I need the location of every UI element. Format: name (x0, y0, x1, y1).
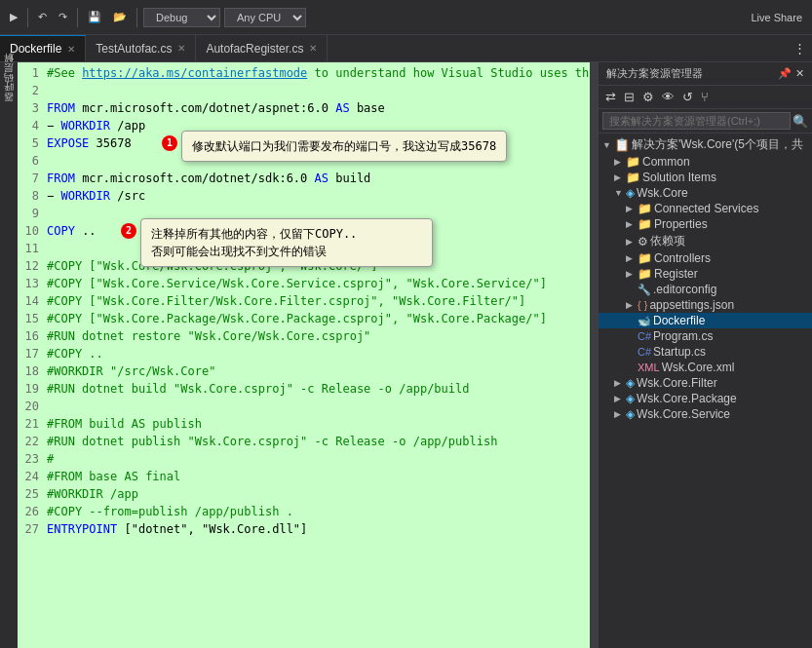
se-header: 解决方案资源管理器 📌 ✕ (599, 62, 812, 86)
filter-expand: ▶ (614, 378, 624, 388)
toolbar-open[interactable]: 📂 (107, 9, 133, 25)
line-22: 22#RUN dotnet publish "Wsk.Core.csproj" … (18, 433, 598, 450)
toolbar-undo[interactable]: ↶ (32, 9, 53, 25)
se-item-controllers[interactable]: ▶ 📁 Controllers (599, 250, 812, 266)
toolbar-redo[interactable]: ↷ (53, 9, 73, 25)
se-git-btn[interactable]: ⑂ (698, 88, 712, 106)
package-label: Wsk.Core.Package (637, 392, 737, 405)
programcs-expand (626, 331, 636, 341)
se-refresh-btn[interactable]: ↺ (679, 88, 696, 106)
solution-icon: 📋 (614, 137, 630, 152)
line-13: 13#COPY ["Wsk.Core.Service/Wsk.Core.Serv… (18, 275, 598, 292)
se-solution-root[interactable]: ▼ 📋 解决方案'Wsk.Core'(5个项目，共 (599, 135, 812, 154)
tab-testautofac-close[interactable]: ✕ (177, 43, 185, 54)
appsettings-icon: { } (638, 299, 647, 311)
line-14: 14#COPY ["Wsk.Core.Filter/Wsk.Core.Filte… (18, 292, 598, 310)
se-item-editorconfig[interactable]: 🔧 .editorconfig (599, 282, 812, 297)
editor-scrollbar[interactable] (590, 62, 598, 648)
solution-items-expand: ▶ (614, 172, 624, 182)
toolbar-go-btn[interactable]: ▶ (4, 9, 23, 25)
wsk-core-project-icon: ◈ (626, 186, 635, 200)
tab-dockerfile-close[interactable]: ✕ (67, 44, 75, 55)
gutter-item-5[interactable]: 器 (2, 105, 16, 113)
line-10: 10 COPY .. 2 注释掉所有其他的内容，仅留下COPY.. 否则可能会出… (18, 222, 598, 240)
se-item-dockerfile[interactable]: 🐋 Dockerfile (599, 313, 812, 328)
se-close-icon[interactable]: ✕ (795, 67, 804, 80)
left-gutter: 解 层 码 呼 器 (0, 62, 18, 648)
se-item-programcs[interactable]: C# Program.cs (599, 328, 812, 344)
toolbar-sep-2 (77, 8, 78, 27)
se-item-wsk-core-xml[interactable]: XML Wsk.Core.xml (599, 360, 812, 375)
se-item-wsk-core-filter[interactable]: ▶ ◈ Wsk.Core.Filter (599, 375, 812, 391)
gutter-item-2[interactable]: 层 (2, 76, 16, 84)
annotation-bubble-1: 修改默认端口为我们需要发布的端口号，我这边写成35678 (181, 131, 507, 162)
service-project-icon: ◈ (626, 407, 635, 421)
debug-config-dropdown[interactable]: Debug Release (143, 8, 220, 27)
tab-autofacregister[interactable]: AutofacRegister.cs ✕ (196, 35, 328, 61)
se-item-connected-services[interactable]: ▶ 📁 Connected Services (599, 201, 812, 216)
annotation-circle-1[interactable]: 1 (162, 135, 177, 151)
props-folder-icon: 📁 (638, 217, 652, 231)
cpu-dropdown[interactable]: Any CPU (224, 8, 306, 27)
line-8: 8 − WORKDIR /src (18, 187, 598, 205)
filter-project-icon: ◈ (626, 376, 635, 390)
se-preview-btn[interactable]: 👁 (659, 88, 677, 106)
se-collapse-btn[interactable]: ⊟ (621, 88, 638, 106)
se-item-solution-items[interactable]: ▶ 📁 Solution Items (599, 170, 812, 185)
tab-autofacregister-close[interactable]: ✕ (309, 43, 317, 54)
toolbar-save[interactable]: 💾 (82, 9, 107, 25)
tab-dockerfile[interactable]: Dockerfile ✕ (0, 35, 86, 61)
se-item-properties[interactable]: ▶ 📁 Properties (599, 216, 812, 232)
solution-items-label: Solution Items (642, 171, 716, 184)
se-item-appsettings[interactable]: ▶ { } appsettings.json (599, 297, 812, 313)
se-search-input[interactable] (602, 112, 791, 130)
tab-autofacregister-label: AutofacRegister.cs (206, 42, 303, 56)
se-item-startupcs[interactable]: C# Startup.cs (599, 344, 812, 360)
se-search-icon[interactable]: 🔍 (793, 114, 808, 129)
wsk-core-label: Wsk.Core (637, 186, 688, 200)
se-item-common[interactable]: ▶ 📁 Common (599, 154, 812, 170)
gutter-item-3[interactable]: 码 (2, 86, 16, 94)
line-16: 16#RUN dotnet restore "Wsk.Core/Wsk.Core… (18, 327, 598, 345)
code-lines: 1 #See https://aka.ms/containerfastmode … (18, 62, 598, 540)
toolbar-sep-1 (27, 8, 28, 27)
gutter-item-1[interactable]: 解 (2, 66, 16, 74)
se-item-wsk-core-service[interactable]: ▶ ◈ Wsk.Core.Service (599, 406, 812, 422)
register-folder-icon: 📁 (638, 267, 652, 281)
startupcs-label: Startup.cs (653, 345, 706, 359)
connected-folder-icon: 📁 (638, 202, 652, 215)
startupcs-icon: C# (638, 346, 651, 358)
line-5: 5 EXPOSE 35678 1 修改默认端口为我们需要发布的端口号，我这边写成… (18, 134, 598, 152)
line-1: 1 #See https://aka.ms/containerfastmode … (18, 64, 598, 82)
se-pin-icon[interactable]: 📌 (778, 67, 792, 80)
se-item-wsk-core-package[interactable]: ▶ ◈ Wsk.Core.Package (599, 391, 812, 406)
line-2: 2 (18, 82, 598, 99)
se-props-btn[interactable]: ⚙ (639, 88, 657, 106)
gutter-item-4[interactable]: 呼 (2, 95, 16, 103)
tab-overflow-icon[interactable]: ⋮ (793, 41, 806, 56)
se-sync-btn[interactable]: ⇄ (602, 88, 619, 106)
se-item-register[interactable]: ▶ 📁 Register (599, 266, 812, 282)
se-item-wsk-core[interactable]: ▼ ◈ Wsk.Core (599, 185, 812, 201)
line-15: 15#COPY ["Wsk.Core.Package/Wsk.Core.Pack… (18, 310, 598, 327)
dependencies-label: 依赖项 (650, 233, 685, 249)
solution-explorer: 解决方案资源管理器 📌 ✕ ⇄ ⊟ ⚙ 👁 ↺ ⑂ 🔍 ▼ 📋 解决方案'Wsk… (598, 62, 812, 648)
code-editor[interactable]: 1 #See https://aka.ms/containerfastmode … (18, 62, 598, 648)
annotation-circle-2[interactable]: 2 (121, 223, 136, 239)
appsettings-expand: ▶ (626, 300, 636, 310)
register-label: Register (654, 267, 698, 281)
editor-tab-bar: Dockerfile ✕ TestAutofac.cs ✕ AutofacReg… (0, 35, 812, 62)
annotation-1-text: 修改默认端口为我们需要发布的端口号，我这边写成35678 (192, 139, 496, 153)
dockerfile-label: Dockerfile (653, 314, 705, 327)
tab-extra-icons[interactable]: ⋮ (788, 35, 812, 61)
liveshare-btn[interactable]: Live Share (745, 10, 808, 25)
se-item-dependencies[interactable]: ▶ ⚙ 依赖项 (599, 232, 812, 250)
common-expand: ▶ (614, 157, 624, 167)
main-toolbar: ▶ ↶ ↷ 💾 📂 Debug Release Any CPU Live Sha… (0, 0, 812, 35)
wsk-core-xml-label: Wsk.Core.xml (662, 361, 735, 374)
tab-testautofac[interactable]: TestAutofac.cs ✕ (86, 35, 196, 61)
connected-expand: ▶ (626, 204, 636, 213)
line-7: 7 FROM mcr.microsoft.com/dotnet/sdk:6.0 … (18, 170, 598, 187)
line-3: 3 FROM mcr.microsoft.com/dotnet/aspnet:6… (18, 99, 598, 117)
controllers-folder-icon: 📁 (638, 251, 652, 265)
